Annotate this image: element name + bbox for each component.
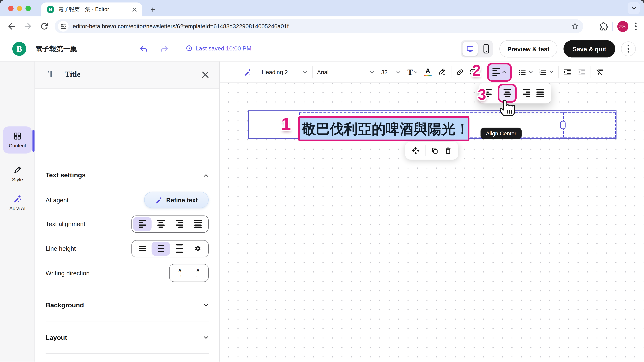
alignment-dropdown-button[interactable]: [489, 64, 510, 80]
chevron-down-icon[interactable]: [549, 70, 554, 74]
forward-icon[interactable]: [23, 21, 33, 31]
alignment-button-group: [132, 215, 209, 232]
browser-menu-icon[interactable]: [635, 23, 636, 30]
browser-window: B 電子報第一集 - Editor + editor-beta.brevo.co…: [0, 0, 644, 362]
text-style-button[interactable]: T: [407, 67, 418, 77]
delete-block-button[interactable]: [444, 146, 452, 155]
font-color-button[interactable]: A: [424, 67, 432, 76]
line-height-row: Line height: [46, 240, 209, 257]
refine-text-button[interactable]: Refine text: [144, 192, 209, 208]
bullet-list-button[interactable]: [518, 68, 526, 76]
paragraph-style-dropdown[interactable]: Heading 2: [262, 69, 303, 75]
numbered-list-button[interactable]: [539, 68, 547, 76]
align-justify-option[interactable]: [536, 89, 544, 97]
writing-direction-group: A→ A←: [169, 264, 209, 282]
ai-magic-wand-icon[interactable]: [244, 68, 252, 76]
panel-title: Title: [65, 70, 80, 79]
divider: [46, 290, 209, 290]
annotation-3: 3: [478, 86, 486, 103]
align-left-button[interactable]: [133, 217, 152, 231]
browser-tabstrip: B 電子報第一集 - Editor +: [0, 0, 644, 16]
more-options-button[interactable]: [621, 41, 636, 56]
refine-wand-icon: [155, 196, 163, 204]
font-size-dropdown[interactable]: 32: [381, 69, 396, 75]
address-bar[interactable]: editor-beta.brevo.com/editor/newsletters…: [55, 19, 583, 33]
column-resize-handle[interactable]: [560, 121, 566, 129]
ai-agent-row: AI agent Refine text: [46, 192, 209, 208]
chevron-down-icon: [203, 303, 209, 308]
tab-close-icon[interactable]: [131, 6, 138, 13]
close-panel-icon[interactable]: [200, 70, 210, 80]
undo-icon[interactable]: [139, 44, 149, 54]
align-right-option[interactable]: [523, 89, 530, 97]
chevron-down-icon: [396, 69, 401, 74]
content-grid-icon: [13, 132, 22, 140]
device-preview-toggle[interactable]: [461, 40, 493, 57]
style-pen-icon: [13, 166, 22, 174]
active-tab-indicator: [32, 130, 34, 152]
block-action-toolbar: [405, 142, 458, 160]
back-icon[interactable]: [6, 21, 16, 31]
minimize-window-button[interactable]: [17, 6, 22, 11]
bookmark-star-icon[interactable]: [571, 22, 579, 30]
font-family-dropdown[interactable]: Arial: [317, 69, 370, 75]
chevron-up-icon: [502, 70, 506, 74]
desktop-view-button[interactable]: [462, 42, 478, 56]
url-text[interactable]: editor-beta.brevo.com/editor/newsletters…: [72, 23, 571, 29]
indent-increase-button[interactable]: [563, 68, 572, 76]
chevron-down-icon: [303, 69, 308, 74]
clear-formatting-button[interactable]: [595, 68, 604, 76]
window-controls[interactable]: [8, 6, 31, 11]
aura-ai-wand-icon: [13, 194, 22, 203]
mobile-icon: [483, 44, 490, 54]
duplicate-block-button[interactable]: [431, 147, 438, 155]
align-center-tooltip: Align Center: [480, 128, 522, 139]
profile-avatar[interactable]: 示範: [617, 21, 628, 32]
maximize-window-button[interactable]: [26, 6, 31, 11]
line-height-custom-button[interactable]: [188, 242, 207, 255]
browser-tab[interactable]: B 電子報第一集 - Editor: [41, 2, 142, 16]
preview-test-button[interactable]: Preview & test: [500, 40, 557, 57]
tab-search-chevron-icon[interactable]: [628, 2, 640, 14]
text-settings-header[interactable]: Text settings: [46, 169, 209, 181]
sidebar-item-aura-ai[interactable]: Aura AI: [3, 190, 32, 215]
sidebar-item-content[interactable]: Content: [3, 126, 32, 153]
annotation-box-1: 敬巴伐利亞的啤酒與陽光！: [298, 116, 470, 141]
align-justify-button[interactable]: [188, 217, 207, 231]
redo-icon[interactable]: [159, 44, 169, 54]
mobile-view-button[interactable]: [483, 44, 490, 54]
line-height-normal-button[interactable]: [152, 242, 170, 255]
canvas-grid[interactable]: 敬巴伐利亞的啤酒與陽光！ 1: [220, 83, 644, 362]
align-right-button[interactable]: [170, 217, 188, 231]
chevron-down-icon[interactable]: [528, 70, 533, 74]
highlight-button[interactable]: [438, 68, 446, 76]
line-height-loose-button[interactable]: [170, 242, 188, 255]
divider: [612, 22, 613, 31]
sidebar-item-style[interactable]: Style: [3, 162, 32, 186]
reload-icon[interactable]: [40, 21, 49, 31]
move-block-button[interactable]: [412, 146, 420, 155]
title-text[interactable]: 敬巴伐利亞的啤酒與陽光！: [300, 122, 470, 136]
ltr-button[interactable]: A→: [171, 266, 189, 280]
link-button[interactable]: [456, 68, 464, 76]
sidebar-item-label: Content: [9, 143, 26, 148]
section-background[interactable]: Background: [46, 298, 209, 312]
close-window-button[interactable]: [8, 6, 14, 11]
save-quit-button[interactable]: Save & quit: [564, 40, 615, 57]
indent-decrease-button[interactable]: [578, 68, 586, 76]
editor-canvas: Heading 2 Arial 32 T A: [220, 61, 644, 362]
annotation-box-2: [487, 62, 512, 81]
desktop-icon: [466, 45, 474, 53]
rtl-button[interactable]: A←: [189, 266, 207, 280]
sidebar-item-label: Style: [12, 177, 23, 182]
annotation-2: 2: [472, 62, 481, 79]
annotation-1: 1: [282, 114, 291, 134]
new-tab-button[interactable]: +: [147, 4, 159, 15]
line-height-tight-button[interactable]: [133, 242, 152, 255]
line-height-button-group: [132, 240, 209, 257]
align-center-button[interactable]: [152, 217, 170, 231]
extensions-puzzle-icon[interactable]: [600, 22, 608, 30]
chevron-down-icon: [203, 335, 209, 340]
site-settings-icon[interactable]: [58, 21, 68, 32]
section-layout[interactable]: Layout: [46, 331, 209, 345]
